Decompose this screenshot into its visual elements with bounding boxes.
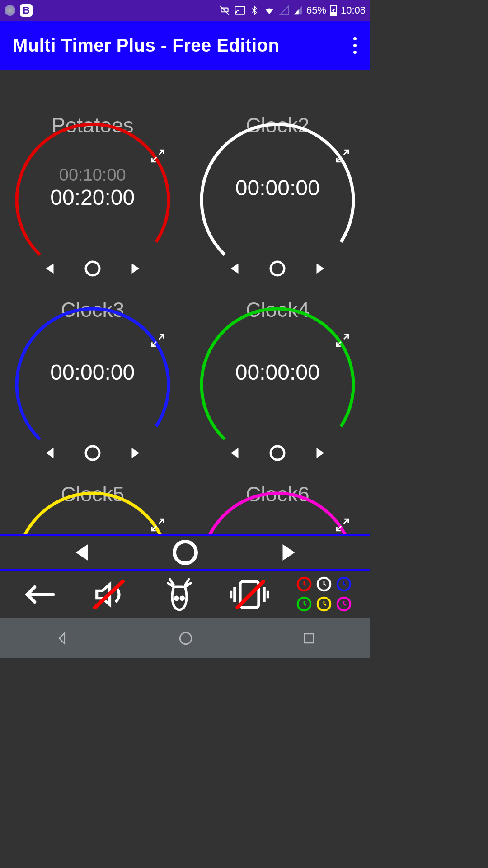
- expand-button[interactable]: [332, 146, 353, 166]
- battery-percentage: 65%: [306, 5, 326, 16]
- time-remaining: 00:00:00: [235, 360, 320, 385]
- expand-button[interactable]: [332, 514, 353, 534]
- expand-button[interactable]: [332, 330, 353, 351]
- status-left: B: [5, 4, 33, 17]
- bold-app-icon: B: [20, 4, 33, 17]
- mini-clock-icon: [336, 596, 352, 612]
- android-nav-bar: [0, 618, 370, 658]
- mini-clock-icon: [316, 596, 332, 612]
- timer-times: 00:00:00: [235, 360, 320, 385]
- timer-ring: 00:00:00: [198, 324, 357, 446]
- status-time: 10:08: [341, 5, 366, 16]
- cell-signal-empty-icon: [279, 5, 289, 15]
- svg-point-8: [14, 306, 172, 464]
- timer-clock5[interactable]: Clock5: [0, 482, 185, 534]
- global-control-bar: [0, 534, 370, 571]
- timer-clock6[interactable]: Clock6: [185, 482, 371, 534]
- timer-times: 00:00:00: [235, 175, 320, 200]
- timers-grid: Potatoes 00:10:00 00:20:00: [0, 70, 370, 534]
- mute-toggle-button[interactable]: [87, 576, 132, 613]
- app-title: Multi Timer Plus - Free Edition: [13, 35, 279, 56]
- timer-ring: [198, 508, 357, 534]
- dnd-off-icon: [219, 5, 230, 16]
- cast-icon: [234, 5, 246, 16]
- battery-charging-icon: [330, 5, 337, 16]
- notification-dot-icon: [5, 5, 15, 16]
- android-status-bar: B 65% 10:08: [0, 0, 370, 21]
- time-remaining: 00:20:00: [50, 185, 135, 210]
- timer-potatoes[interactable]: Potatoes 00:10:00 00:20:00: [0, 113, 185, 297]
- overflow-menu-button[interactable]: [350, 33, 360, 57]
- timer-ring: 00:00:00: [14, 324, 172, 446]
- vibrate-toggle-button[interactable]: [227, 576, 272, 613]
- time-remaining: 00:00:00: [50, 360, 135, 385]
- expand-button[interactable]: [147, 330, 168, 351]
- ring-arc-icon: [14, 306, 172, 464]
- svg-point-26: [180, 632, 192, 644]
- mini-clock-icon: [296, 596, 312, 612]
- clock-palette-button[interactable]: [296, 576, 352, 613]
- timers-area[interactable]: Potatoes 00:10:00 00:20:00: [0, 70, 370, 534]
- reindeer-button[interactable]: [157, 576, 202, 613]
- svg-point-6: [198, 121, 357, 279]
- bottom-action-bar: [0, 571, 370, 618]
- timer-times: 00:00:00: [50, 360, 135, 385]
- dots-vertical-icon: [353, 37, 357, 40]
- app-bar: Multi Timer Plus - Free Edition: [0, 21, 370, 70]
- wifi-icon: [263, 5, 276, 15]
- expand-button[interactable]: [147, 514, 168, 534]
- global-play-button[interactable]: [277, 540, 301, 565]
- nav-back-button[interactable]: [54, 631, 70, 646]
- timer-ring: 00:10:00 00:20:00: [14, 139, 172, 261]
- svg-point-10: [198, 306, 357, 464]
- status-right: 65% 10:08: [219, 5, 366, 16]
- nav-home-button[interactable]: [178, 631, 193, 646]
- bluetooth-icon: [249, 5, 259, 16]
- timer-clock2[interactable]: Clock2 00:00:00: [185, 113, 371, 297]
- nav-recents-button[interactable]: [302, 632, 316, 645]
- svg-point-16: [175, 597, 178, 599]
- svg-rect-2: [332, 5, 335, 6]
- time-elapsed: 00:10:00: [50, 165, 135, 185]
- cell-signal-icon: [293, 5, 303, 15]
- expand-button[interactable]: [147, 146, 168, 166]
- screen: B 65% 10:08: [0, 0, 370, 658]
- time-remaining: 00:00:00: [235, 175, 320, 200]
- timer-times: 00:10:00 00:20:00: [50, 165, 135, 210]
- ring-arc-icon: [198, 121, 357, 279]
- svg-rect-3: [331, 12, 336, 16]
- ring-arc-icon: [198, 306, 357, 464]
- mini-clock-icon: [336, 576, 352, 592]
- timer-ring: 00:00:00: [198, 139, 357, 261]
- svg-rect-0: [235, 6, 245, 14]
- svg-point-17: [181, 597, 184, 599]
- svg-point-14: [174, 542, 196, 563]
- global-reset-button[interactable]: [171, 538, 200, 567]
- timer-ring: [14, 508, 172, 534]
- mini-clock-icon: [316, 576, 332, 592]
- timer-clock3[interactable]: Clock3 00:00:00: [0, 297, 185, 482]
- global-prev-button[interactable]: [70, 540, 94, 565]
- timer-clock4[interactable]: Clock4 00:00:00: [185, 297, 371, 482]
- back-arrow-button[interactable]: [18, 576, 63, 613]
- mini-clock-icon: [296, 576, 312, 592]
- svg-rect-27: [305, 634, 314, 643]
